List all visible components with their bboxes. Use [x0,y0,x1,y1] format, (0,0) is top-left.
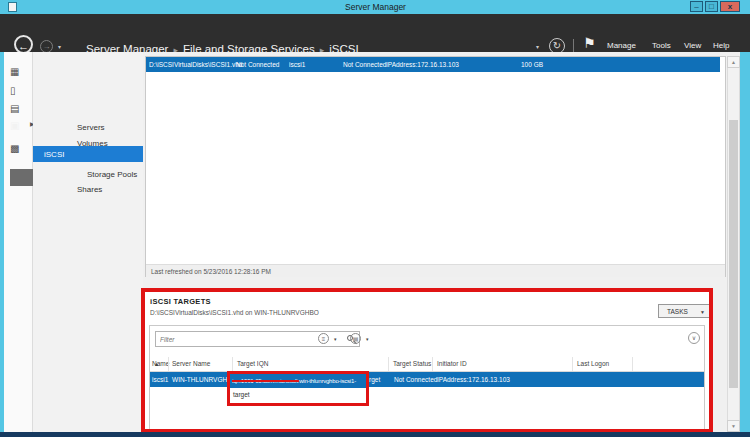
scrollbar-thumb[interactable] [729,120,738,388]
window-title: Server Manager [345,2,406,12]
icon-strip-selection [10,169,33,186]
close-button[interactable]: x [720,1,740,12]
menu-help[interactable]: Help [713,41,729,50]
virtual-disk-row[interactable]: D:\iSCSIVirtualDisks\iSCSI1.vhd Not Conn… [146,57,720,72]
server-manager-window: Server Manager – □ x ← → ▾ Server Manage… [0,0,750,437]
last-refreshed-text: Last refreshed on 5/23/2016 12:28:16 PM [151,268,271,275]
sidebar-item-storage-pools[interactable]: Storage Pools [87,170,137,179]
disk-target-name: iscsi1 [289,61,305,68]
iqn-text-line1: iqn.1991-05.com.microsoft:win-thlunrvghb… [230,374,366,388]
notification-flag-icon[interactable]: ⚑ [583,35,596,51]
iqn-struck-text: iqn.1991-05.com.microsoft: [232,378,299,384]
history-dropdown-icon[interactable]: ▾ [58,43,61,50]
disk-status: Not Connected [236,61,279,68]
back-icon: ← [18,40,29,52]
minimize-button[interactable]: – [690,1,703,12]
navigation-bar: ← → ▾ Server Manager▸File and Storage Se… [0,14,750,52]
disk-target-status: Not Connected [343,61,386,68]
sidebar-item-servers[interactable]: Servers [77,123,105,132]
refresh-icon: ↻ [553,40,561,51]
sidebar-item-shares[interactable]: Shares [77,185,102,194]
menu-manage[interactable]: Manage [607,41,636,50]
maximize-button[interactable]: □ [705,1,718,12]
sidebar-item-iscsi[interactable]: iSCSI [33,146,143,162]
server-manager-icon [8,2,17,12]
menu-tools[interactable]: Tools [652,41,671,50]
forward-icon: → [43,42,51,51]
iqn-text-line2: target [230,388,366,402]
menu-view[interactable]: View [684,41,701,50]
notifications-dropdown-icon[interactable]: ▾ [536,43,539,50]
refresh-statusbar: Last refreshed on 5/23/2016 12:28:16 PM [146,264,725,277]
window-bottom-edge [0,432,750,437]
sidebar-nav: Servers Volumes Disks Storage Pools Shar… [33,52,143,432]
all-servers-icon[interactable]: ▤ [10,103,19,115]
disk-size: 100 GB [521,61,543,68]
annotation-box-targets [141,288,713,433]
scroll-down-icon[interactable]: ▼ [727,420,740,432]
disk-path: D:\iSCSIVirtualDisks\iSCSI1.vhd [149,61,242,68]
dashboard-icon[interactable]: ▦ [10,66,19,78]
annotation-box-iqn: iqn.1991-05.com.microsoft:win-thlunrvghb… [227,371,369,406]
titlebar: Server Manager – □ x [0,0,750,14]
disk-initiator-id: IPAddress:172.16.13.103 [386,61,459,68]
file-storage-services-icon[interactable]: ▣ [10,120,19,132]
sidebar-item-label: iSCSI [44,150,64,159]
scroll-up-icon[interactable]: ▲ [727,56,740,68]
services-icon[interactable]: ▩ [10,143,19,155]
iqn-rest-text: win-thlunrvghbo-iscsi1- [299,378,356,384]
virtual-disks-panel [145,56,726,277]
local-server-icon[interactable]: ▯ [10,85,16,97]
